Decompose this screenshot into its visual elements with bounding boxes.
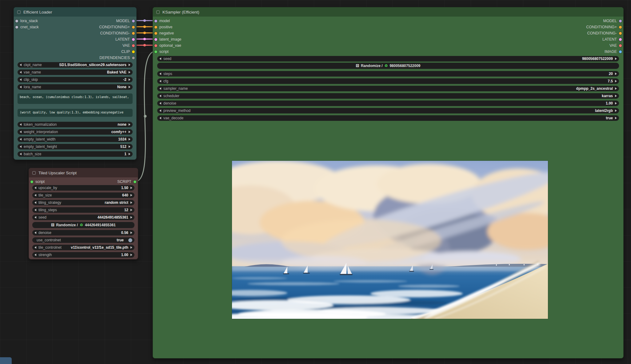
decrement-arrow-icon[interactable]	[34, 254, 36, 256]
increment-arrow-icon[interactable]	[129, 64, 130, 66]
node-header[interactable]: Efficient Loader	[14, 7, 136, 17]
node-ksampler-efficient[interactable]: KSampler (Efficient) model positive nega…	[153, 7, 624, 358]
decrement-arrow-icon[interactable]	[20, 145, 22, 148]
widget-weight-interpretation[interactable]: weight_interpretation comfy++	[18, 129, 133, 135]
decrement-arrow-icon[interactable]	[159, 95, 161, 97]
decrement-arrow-icon[interactable]	[159, 80, 161, 82]
widget-steps[interactable]: steps 20	[157, 71, 619, 77]
widget-ckpt-name[interactable]: ckpt_name SD1.5\sdSilicon_silicon29.safe…	[18, 62, 133, 68]
decrement-arrow-icon[interactable]	[34, 194, 36, 196]
decrement-arrow-icon[interactable]	[20, 123, 22, 126]
port-dot[interactable]	[619, 44, 622, 47]
widget-tile-size[interactable]: tile_size 640	[32, 192, 134, 198]
widget-clip-skip[interactable]: clip_skip -2	[18, 77, 133, 82]
increment-arrow-icon[interactable]	[130, 187, 132, 189]
increment-arrow-icon[interactable]	[130, 216, 132, 219]
decrement-arrow-icon[interactable]	[20, 131, 22, 133]
port-dot[interactable]	[132, 50, 135, 53]
widget-denoise[interactable]: denoise 0.56	[32, 230, 134, 235]
port-dot[interactable]	[619, 38, 622, 41]
increment-arrow-icon[interactable]	[130, 209, 132, 211]
decrement-arrow-icon[interactable]	[34, 216, 36, 219]
increment-arrow-icon[interactable]	[129, 153, 130, 155]
port-dot[interactable]	[619, 50, 622, 53]
widget-use-controlnet[interactable]: use_controlnet true	[32, 237, 134, 243]
decrement-arrow-icon[interactable]	[20, 64, 22, 66]
increment-arrow-icon[interactable]	[615, 87, 617, 90]
increment-arrow-icon[interactable]	[129, 138, 130, 140]
widget-lora-name[interactable]: lora_name None	[18, 84, 133, 90]
increment-arrow-icon[interactable]	[130, 194, 132, 196]
widget-vae-name[interactable]: vae_name Baked VAE	[18, 69, 133, 75]
port-dot[interactable]	[30, 180, 33, 183]
widget-batch-size[interactable]: batch_size 1	[18, 151, 133, 157]
port-dot[interactable]	[132, 57, 135, 59]
widget-sampler-name[interactable]: sampler_name dpmpp_2s_ancestral	[157, 86, 619, 91]
decrement-arrow-icon[interactable]	[159, 57, 161, 60]
decrement-arrow-icon[interactable]	[20, 71, 22, 73]
increment-arrow-icon[interactable]	[129, 145, 130, 148]
increment-arrow-icon[interactable]	[615, 57, 617, 60]
port-dot[interactable]	[132, 44, 135, 47]
toggle-icon[interactable]	[128, 238, 132, 242]
port-dot[interactable]	[154, 38, 157, 41]
port-dot[interactable]	[132, 26, 135, 29]
decrement-arrow-icon[interactable]	[159, 109, 161, 112]
node-header[interactable]: Tiled Upscaler Script	[29, 168, 138, 177]
increment-arrow-icon[interactable]	[130, 246, 132, 249]
increment-arrow-icon[interactable]	[130, 201, 132, 204]
decrement-arrow-icon[interactable]	[20, 78, 22, 81]
increment-arrow-icon[interactable]	[615, 80, 617, 82]
increment-arrow-icon[interactable]	[615, 73, 617, 75]
widget-denoise[interactable]: denoise 1.00	[157, 101, 619, 106]
node-tiled-upscaler-script[interactable]: Tiled Upscaler Script script SCRIPT upsc…	[29, 168, 138, 259]
port-dot[interactable]	[154, 26, 157, 29]
port-dot[interactable]	[154, 20, 157, 22]
widget-tiling-strategy[interactable]: tiling_strategy random strict	[32, 200, 134, 205]
widget-tile-controlnet[interactable]: tile_controlnet v11\control_v11f1e_sd15_…	[32, 245, 134, 250]
collapse-box-icon[interactable]	[156, 10, 160, 14]
decrement-arrow-icon[interactable]	[34, 201, 36, 204]
decrement-arrow-icon[interactable]	[159, 102, 161, 105]
positive-prompt-textarea[interactable]: beach, ocean, (cumulonimbus clouds:1.3),…	[18, 93, 133, 104]
decrement-arrow-icon[interactable]	[34, 246, 36, 249]
widget-preview-method[interactable]: preview_method latent2rgb	[157, 108, 619, 113]
increment-arrow-icon[interactable]	[129, 86, 130, 88]
decrement-arrow-icon[interactable]	[159, 87, 161, 90]
port-dot[interactable]	[132, 20, 135, 22]
widget-scheduler[interactable]: scheduler karras	[157, 93, 619, 99]
widget-seed[interactable]: seed 980056807522009	[157, 56, 619, 61]
increment-arrow-icon[interactable]	[615, 102, 617, 105]
collapse-box-icon[interactable]	[32, 171, 36, 175]
decrement-arrow-icon[interactable]	[34, 209, 36, 211]
port-dot[interactable]	[619, 20, 622, 22]
decrement-arrow-icon[interactable]	[34, 231, 36, 234]
port-dot[interactable]	[132, 38, 135, 41]
decrement-arrow-icon[interactable]	[34, 187, 36, 189]
increment-arrow-icon[interactable]	[615, 95, 617, 97]
increment-arrow-icon[interactable]	[615, 109, 617, 112]
increment-arrow-icon[interactable]	[130, 231, 132, 234]
decrement-arrow-icon[interactable]	[159, 117, 161, 119]
increment-arrow-icon[interactable]	[129, 123, 130, 126]
widget-empty-latent-width[interactable]: empty_latent_width 1024	[18, 136, 133, 142]
decrement-arrow-icon[interactable]	[20, 153, 22, 155]
port-dot[interactable]	[132, 32, 135, 35]
decrement-arrow-icon[interactable]	[159, 73, 161, 75]
widget-token-normalization[interactable]: token_normalization none	[18, 122, 133, 127]
widget-empty-latent-height[interactable]: empty_latent_height 512	[18, 144, 133, 149]
port-dot[interactable]	[154, 50, 157, 53]
widget-vae-decode[interactable]: vae_decode true	[157, 115, 619, 121]
widget-tiling-steps[interactable]: tiling_steps 12	[32, 207, 134, 213]
increment-arrow-icon[interactable]	[129, 71, 130, 73]
decrement-arrow-icon[interactable]	[20, 86, 22, 88]
collapse-box-icon[interactable]	[17, 10, 21, 14]
randomize-seed-button[interactable]: ⚄ Randomize / ♻ 980056807522009	[157, 63, 619, 69]
widget-upscale-by[interactable]: upscale_by 1.50	[32, 185, 134, 191]
widget-strength[interactable]: strength 1.00	[32, 252, 134, 258]
port-dot[interactable]	[134, 180, 136, 183]
increment-arrow-icon[interactable]	[130, 254, 132, 256]
node-efficient-loader[interactable]: Efficient Loader lora_stack cnet_stack M…	[14, 7, 137, 160]
node-header[interactable]: KSampler (Efficient)	[153, 7, 623, 17]
port-dot[interactable]	[154, 44, 157, 47]
